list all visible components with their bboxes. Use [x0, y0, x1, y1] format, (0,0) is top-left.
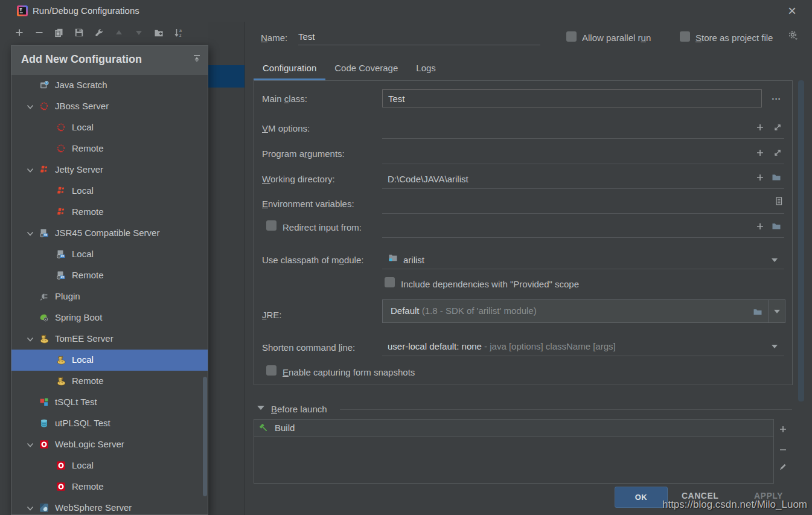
- tree-item-remote[interactable]: 45 Remote: [11, 265, 208, 286]
- settings-scrollbar[interactable]: [798, 80, 804, 401]
- working-directory-value: D:\Code\JAVA\arilist: [388, 174, 468, 184]
- add-icon[interactable]: [755, 123, 765, 132]
- add-icon[interactable]: [14, 28, 24, 37]
- before-launch-edit-icon[interactable]: [778, 462, 787, 472]
- tree-item-remote[interactable]: Remote: [11, 476, 208, 497]
- expand-icon[interactable]: [773, 123, 782, 132]
- browse-main-class-button[interactable]: ...: [769, 91, 784, 101]
- main-class-input[interactable]: [382, 89, 762, 107]
- tree-item-plugin[interactable]: Plugin: [11, 286, 208, 307]
- redirect-input-checkbox[interactable]: [266, 220, 277, 231]
- tree-item-remote[interactable]: Remote: [11, 138, 208, 159]
- name-input[interactable]: [298, 28, 540, 45]
- chevron-down-icon[interactable]: [26, 229, 34, 238]
- chevron-down-icon[interactable]: [26, 335, 34, 344]
- before-launch-item[interactable]: Build: [254, 420, 773, 437]
- tree-item-local[interactable]: Local: [11, 117, 208, 138]
- run-debug-configurations-dialog: { "window": { "title": "Run/Debug Config…: [0, 0, 812, 515]
- allow-parallel-run-checkbox[interactable]: [566, 31, 577, 42]
- redirect-input-input[interactable]: [382, 218, 784, 238]
- add-icon[interactable]: [755, 222, 765, 231]
- tree-unfocused-selection: [208, 65, 245, 88]
- tree-scrollbar[interactable]: [203, 377, 207, 496]
- before-launch-list: Build: [254, 419, 774, 484]
- close-icon[interactable]: ×: [784, 2, 801, 19]
- tree-item-remote[interactable]: Remote: [11, 202, 208, 223]
- vm-options-input[interactable]: [382, 119, 784, 139]
- enable-snapshots-label: Enable capturing form snapshots: [283, 367, 415, 377]
- gear-icon[interactable]: [787, 30, 799, 42]
- before-launch-collapse-icon[interactable]: [257, 406, 264, 410]
- build-icon: [259, 423, 269, 433]
- tree-item-icon: 45: [39, 228, 49, 238]
- before-launch-separator: [340, 409, 792, 410]
- expand-icon[interactable]: [773, 148, 782, 158]
- jre-combobox[interactable]: Default (1.8 - SDK of 'arilist' module): [382, 299, 785, 323]
- before-launch-add-icon[interactable]: [778, 424, 788, 434]
- tree-item-local[interactable]: Local: [11, 350, 208, 371]
- collapse-all-icon[interactable]: [192, 54, 202, 63]
- tree-item-icon: 45: [56, 270, 66, 280]
- chevron-down-icon[interactable]: [772, 345, 778, 348]
- tree-item-utplsql-test[interactable]: utPLSQL Test: [11, 413, 208, 434]
- svg-text:45: 45: [61, 275, 65, 279]
- chevron-down-icon[interactable]: [26, 504, 34, 513]
- store-as-project-file-checkbox[interactable]: [680, 31, 690, 42]
- list-icon[interactable]: [774, 196, 784, 206]
- program-arguments-input[interactable]: [382, 144, 784, 164]
- tab-code-coverage[interactable]: Code Coverage: [325, 57, 407, 80]
- chevron-down-icon[interactable]: [26, 166, 34, 174]
- sort-alphabetically-icon[interactable]: az: [174, 28, 184, 37]
- ok-button[interactable]: OK: [615, 487, 668, 508]
- add-icon[interactable]: [755, 173, 765, 182]
- move-up-icon: [114, 28, 124, 37]
- folder-icon[interactable]: [772, 221, 781, 231]
- tree-item-icon: [56, 355, 66, 365]
- folder-icon[interactable]: [772, 172, 781, 182]
- enable-snapshots-checkbox[interactable]: [266, 365, 277, 376]
- tab-logs[interactable]: Logs: [407, 57, 445, 80]
- tree-item-tomee-server[interactable]: TomEE Server: [11, 328, 208, 350]
- tab-configuration[interactable]: Configuration: [254, 57, 325, 80]
- before-launch-remove-icon[interactable]: [778, 445, 788, 455]
- tree-item-icon: 45: [56, 249, 66, 259]
- svg-text:45: 45: [61, 254, 65, 258]
- include-provided-checkbox[interactable]: [385, 277, 395, 287]
- tree-item-label: Remote: [72, 270, 104, 280]
- tree-item-java-scratch[interactable]: Java Scratch: [11, 75, 208, 96]
- tree-item-weblogic-server[interactable]: WebLogic Server: [11, 434, 208, 455]
- tree-item-label: Local: [72, 185, 94, 196]
- tree-item-local[interactable]: 45 Local: [11, 244, 208, 265]
- tree-item-icon: [39, 292, 49, 301]
- popup-header: Add New Configuration: [11, 46, 208, 75]
- remove-icon[interactable]: [34, 28, 44, 37]
- chevron-down-icon[interactable]: [26, 441, 34, 449]
- edit-defaults-icon[interactable]: [94, 28, 104, 37]
- environment-variables-input[interactable]: [382, 194, 784, 214]
- tree-item-tsqlt-test[interactable]: tSQLt Test: [11, 392, 208, 413]
- add-icon[interactable]: [755, 148, 765, 158]
- save-icon[interactable]: [74, 28, 84, 37]
- tree-item-jboss-server[interactable]: JBoss Server: [11, 96, 208, 117]
- tree-item-spring-boot[interactable]: Spring Boot: [11, 307, 208, 328]
- tree-item-jsr45-compatible-server[interactable]: 45 JSR45 Compatible Server: [11, 223, 208, 244]
- chevron-down-icon[interactable]: [26, 103, 34, 111]
- chevron-down-icon[interactable]: [772, 258, 778, 262]
- tree-item-websphere-server[interactable]: WebSphere Server: [11, 497, 208, 515]
- folder-icon[interactable]: [753, 307, 762, 316]
- tree-item-local[interactable]: Local: [11, 455, 208, 476]
- copy-icon[interactable]: [54, 28, 64, 37]
- main-class-label: Main class:: [262, 94, 307, 104]
- tree-item-label: Local: [72, 460, 94, 470]
- shorten-command-line-hint: - java [options] className [args]: [482, 341, 616, 351]
- tree-item-remote[interactable]: Remote: [11, 371, 208, 392]
- tree-item-label: Remote: [72, 143, 104, 153]
- classpath-module-combobox[interactable]: [382, 249, 784, 269]
- tree-item-jetty-server[interactable]: Jetty Server: [11, 159, 208, 181]
- jre-dropdown-button[interactable]: [769, 300, 785, 322]
- tree-item-label: Remote: [72, 376, 104, 386]
- new-folder-icon[interactable]: [154, 28, 164, 37]
- tree-item-icon: [39, 313, 49, 322]
- tree-item-local[interactable]: Local: [11, 181, 208, 202]
- tree-item-label: WebSphere Server: [55, 502, 132, 513]
